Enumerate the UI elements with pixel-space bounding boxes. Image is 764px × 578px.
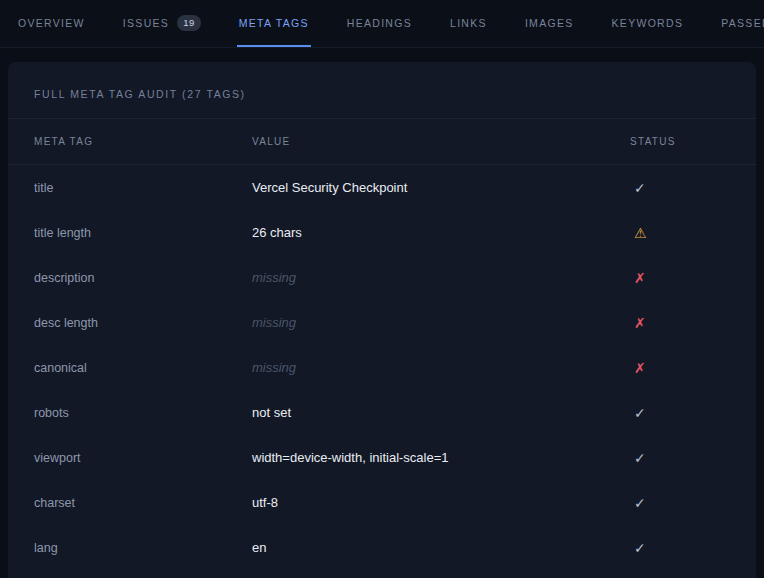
check-icon: ✓ [630,450,730,466]
check-icon: ✓ [630,180,730,196]
meta-tag-name: desc length [34,316,252,330]
table-row: title length26 chars⚠ [8,210,756,255]
table-row: canonicalmissing✗ [8,345,756,390]
cross-icon: ✗ [630,270,730,286]
table-row: viewportwidth=device-width, initial-scal… [8,435,756,480]
meta-table-body: titleVercel Security Checkpoint✓title le… [8,165,756,570]
meta-tag-name: description [34,271,252,285]
meta-tag-value: Vercel Security Checkpoint [252,180,630,195]
meta-tag-value: 26 chars [252,225,630,240]
check-icon: ✓ [630,495,730,511]
meta-tag-name: lang [34,541,252,555]
table-row: langen✓ [8,525,756,570]
tab-headings[interactable]: HEADINGS [345,0,414,47]
tab-label: META TAGS [239,17,309,29]
tab-badge: 19 [177,15,201,31]
meta-tag-value: missing [252,360,630,375]
tab-images[interactable]: IMAGES [523,0,576,47]
tab-passed[interactable]: PASSED5 [719,0,764,47]
meta-tag-value: width=device-width, initial-scale=1 [252,450,630,465]
table-row: desc lengthmissing✗ [8,300,756,345]
meta-audit-panel: FULL META TAG AUDIT (27 TAGS) META TAG V… [8,62,756,578]
meta-tag-name: viewport [34,451,252,465]
tab-meta-tags[interactable]: META TAGS [237,0,311,47]
meta-tag-name: robots [34,406,252,420]
tab-label: LINKS [450,17,487,29]
column-header-status: STATUS [630,136,730,147]
tab-label: OVERVIEW [18,17,85,29]
tab-label: PASSED [721,17,764,29]
tab-overview[interactable]: OVERVIEW [16,0,87,47]
column-header-value: VALUE [252,136,630,147]
meta-tag-name: canonical [34,361,252,375]
meta-tag-name: title length [34,226,252,240]
tab-label: ISSUES [123,17,169,29]
tab-label: HEADINGS [347,17,412,29]
tab-issues[interactable]: ISSUES19 [121,0,203,47]
tab-links[interactable]: LINKS [448,0,489,47]
panel-title: FULL META TAG AUDIT (27 TAGS) [8,62,756,118]
tab-label: KEYWORDS [612,17,684,29]
table-row: descriptionmissing✗ [8,255,756,300]
check-icon: ✓ [630,405,730,421]
meta-tag-value: en [252,540,630,555]
meta-tag-name: charset [34,496,252,510]
meta-tag-name: title [34,181,252,195]
table-row: titleVercel Security Checkpoint✓ [8,165,756,210]
meta-tag-value: not set [252,405,630,420]
meta-tag-value: missing [252,315,630,330]
table-row: robotsnot set✓ [8,390,756,435]
meta-tag-value: utf-8 [252,495,630,510]
cross-icon: ✗ [630,360,730,376]
tab-label: IMAGES [525,17,574,29]
cross-icon: ✗ [630,315,730,331]
table-header-row: META TAG VALUE STATUS [8,119,756,165]
tab-bar: OVERVIEWISSUES19META TAGSHEADINGSLINKSIM… [0,0,764,48]
meta-tag-value: missing [252,270,630,285]
tab-keywords[interactable]: KEYWORDS [610,0,686,47]
table-row: charsetutf-8✓ [8,480,756,525]
warning-icon: ⚠ [630,225,730,241]
column-header-meta-tag: META TAG [34,136,252,147]
check-icon: ✓ [630,540,730,556]
